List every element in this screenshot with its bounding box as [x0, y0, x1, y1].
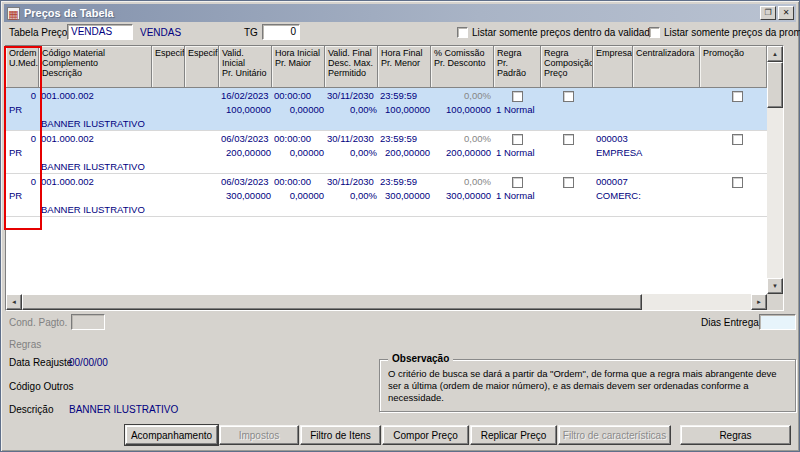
cell-valid-final: 30/11/2030 [327, 90, 374, 101]
regra-padrao-checkbox[interactable] [512, 91, 523, 102]
regra-padrao-checkbox[interactable] [512, 134, 523, 145]
data-reajuste-label: Data Reajuste [9, 357, 72, 368]
cell-pr-unitario: 200,00000 [219, 147, 271, 158]
regras-section-label: Regras [9, 339, 41, 350]
promocao-checkbox[interactable] [732, 177, 743, 188]
tabela-preco-descricao: VENDAS [140, 27, 181, 38]
col-header-hora-inicial[interactable]: Hora Inicial Pr. Maior [272, 46, 325, 88]
cell-desc-max: 0,00% [325, 104, 377, 115]
cell-pr-unitario: 300,00000 [219, 190, 271, 201]
table-row[interactable]: 0 001.000.002 06/03/2023 00:00:00 30/11/… [6, 174, 767, 217]
restore-icon[interactable]: ❐ [760, 6, 776, 20]
descricao-value: BANNER ILUSTRATIVO [69, 404, 178, 415]
titlebar[interactable]: ▦ Preços da Tabela ❐ ✕ [4, 4, 796, 22]
precos-da-tabela-window: ▦ Preços da Tabela ❐ ✕ Tabela Preço VEND… [0, 0, 800, 452]
cell-hora-inicial: 00:00:00 [274, 133, 311, 144]
app-icon: ▦ [7, 7, 20, 20]
cell-hora-final: 23:59:59 [380, 90, 417, 101]
scroll-up-icon[interactable]: ▲ [767, 46, 783, 62]
promocao-checkbox[interactable] [732, 91, 743, 102]
promocao-checkbox[interactable] [732, 134, 743, 145]
horizontal-scrollbar[interactable]: ◄ ► [6, 294, 767, 310]
hscroll-thumb[interactable] [22, 294, 642, 310]
cell-pr-maior: 0,00000 [272, 147, 324, 158]
vertical-scrollbar[interactable]: ▲ ▼ [767, 46, 783, 294]
regra-composicao-checkbox[interactable] [563, 91, 574, 102]
tabela-preco-label: Tabela Preço [9, 27, 67, 38]
tg-input[interactable]: 0 [262, 24, 300, 40]
col-header-codigo-material[interactable]: Código Material Complemento Descrição [39, 46, 152, 88]
cell-valid-inicial: 16/02/2023 [221, 90, 269, 101]
observacao-title: Observação [388, 353, 453, 364]
cell-desc-max: 0,00% [325, 147, 377, 158]
cell-pr-menor: 200,00000 [378, 147, 430, 158]
observacao-text: O critério de busca se dará a partir da … [380, 360, 795, 404]
regras-button[interactable]: Regras [680, 425, 791, 445]
col-header-empresa[interactable]: Empresa [593, 46, 633, 88]
cell-codigo-material: 001.000.002 [41, 90, 94, 101]
cell-pr-unitario: 100,00000 [219, 104, 271, 115]
scroll-right-icon[interactable]: ► [751, 294, 767, 310]
acompanhamento-button[interactable]: Acompanhamento [125, 425, 218, 445]
cell-hora-final: 23:59:59 [380, 133, 417, 144]
cell-empresa-codigo: 000003 [596, 133, 628, 144]
data-reajuste-value: 00/00/00 [69, 357, 108, 368]
cell-comissao: 0,00% [431, 90, 491, 101]
cell-regra: 1 Normal [496, 147, 535, 158]
cell-pr-maior: 0,00000 [272, 104, 324, 115]
impostos-button[interactable]: Impostos [219, 425, 299, 445]
scroll-down-icon[interactable]: ▼ [767, 278, 783, 294]
listar-validade-checkbox[interactable] [457, 27, 468, 38]
cell-pr-desconto: 300,00000 [431, 190, 491, 201]
filtro-caracteristicas-button[interactable]: Filtro de características [558, 425, 671, 445]
regra-padrao-checkbox[interactable] [512, 177, 523, 188]
dias-entrega-label: Dias Entrega [701, 317, 759, 328]
col-header-centralizadora[interactable]: Centralizadora [633, 46, 700, 88]
cond-pagto-label: Cond. Pagto. [9, 317, 67, 328]
col-header-hora-final[interactable]: Hora Final Pr. Menor [378, 46, 431, 88]
cell-regra: 1 Normal [496, 104, 535, 115]
regra-composicao-checkbox[interactable] [563, 177, 574, 188]
cell-codigo-material: 001.000.002 [41, 176, 94, 187]
table-row[interactable]: 0 001.000.002 06/03/2023 00:00:00 30/11/… [6, 131, 767, 174]
scroll-left-icon[interactable]: ◄ [6, 294, 22, 310]
col-header-comissao[interactable]: % Comissão Pr. Desconto [431, 46, 494, 88]
col-header-especif2[interactable]: Especif2 [185, 46, 219, 88]
close-icon[interactable]: ✕ [778, 6, 794, 20]
precos-grid: Ordem U.Med. Código Material Complemento… [5, 45, 784, 311]
col-header-promocao[interactable]: Promoção [700, 46, 767, 88]
cell-codigo-material: 001.000.002 [41, 133, 94, 144]
col-header-valid-inicial[interactable]: Valid. Inicial Pr. Unitário [219, 46, 272, 88]
filtro-itens-button[interactable]: Filtro de Itens [300, 425, 381, 445]
cell-hora-inicial: 00:00:00 [274, 90, 311, 101]
listar-promocao-checkbox[interactable] [649, 27, 660, 38]
observacao-groupbox: Observação O critério de busca se dará a… [379, 359, 796, 412]
cond-pagto-input [71, 314, 105, 330]
grid-header: Ordem U.Med. Código Material Complemento… [6, 46, 767, 88]
cell-valid-final: 30/11/2030 [327, 133, 374, 144]
col-header-regra-composicao[interactable]: Regra Composição Preço [541, 46, 593, 88]
cell-umed: PR [9, 104, 22, 115]
tg-label: TG [244, 27, 258, 38]
table-row[interactable]: 0 001.000.002 16/02/2023 00:00:00 30/11/… [6, 88, 767, 131]
cell-empresa-codigo: 000007 [596, 176, 628, 187]
dias-entrega-input[interactable] [759, 314, 796, 330]
descricao-label: Descrição [9, 404, 53, 415]
cell-valid-inicial: 06/03/2023 [221, 176, 269, 187]
cell-hora-inicial: 00:00:00 [274, 176, 311, 187]
scrollbar-corner [767, 294, 783, 310]
col-header-ordem-umed[interactable]: Ordem U.Med. [6, 46, 39, 88]
cell-ordem: 0 [8, 176, 36, 187]
col-header-especif1[interactable]: Especif1 [152, 46, 185, 88]
compor-preco-button[interactable]: Compor Preço [382, 425, 469, 445]
regra-composicao-checkbox[interactable] [563, 134, 574, 145]
cell-hora-final: 23:59:59 [380, 176, 417, 187]
cell-valid-inicial: 06/03/2023 [221, 133, 269, 144]
col-header-valid-final[interactable]: Valid. Final Desc. Max. Permitido [325, 46, 378, 88]
col-header-regra-padrao[interactable]: Regra Pr. Padrão [494, 46, 541, 88]
vscroll-thumb[interactable] [767, 62, 783, 108]
tabela-preco-input[interactable]: VENDAS [67, 24, 133, 40]
replicar-preco-button[interactable]: Replicar Preço [470, 425, 557, 445]
grid-body: 0 001.000.002 16/02/2023 00:00:00 30/11/… [6, 88, 767, 294]
cell-umed: PR [9, 190, 22, 201]
